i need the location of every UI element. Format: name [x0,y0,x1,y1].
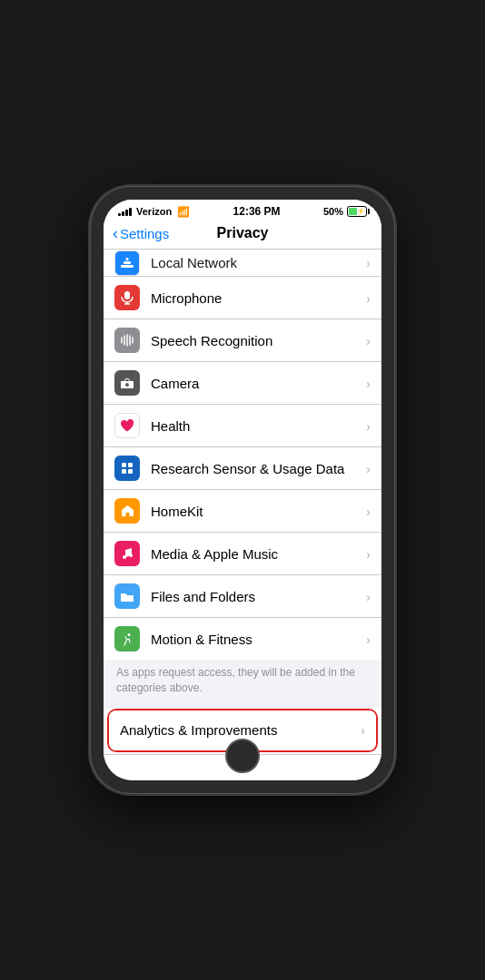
svg-point-18 [128,633,131,636]
svg-point-11 [125,382,130,387]
local-network-icon [114,250,140,276]
battery-indicator: ⚡ [347,206,367,217]
list-item-local-network[interactable]: Local Network › [104,250,381,277]
list-item-research[interactable]: Research Sensor & Usage Data › [104,447,381,490]
homekit-chevron: › [366,504,371,519]
microphone-icon [114,285,140,310]
health-icon [114,413,140,438]
research-icon [114,456,140,481]
svg-rect-12 [122,463,126,467]
home-button[interactable] [225,739,260,773]
list-item-health[interactable]: Health › [104,405,381,447]
motion-chevron: › [366,632,371,647]
list-item-microphone[interactable]: Microphone › [104,277,381,319]
nav-title: Privacy [217,225,269,241]
motion-icon [114,626,140,652]
signal-bar-2 [122,211,124,216]
svg-rect-2 [126,258,129,260]
speech-chevron: › [366,333,371,348]
local-network-label: Local Network [151,255,366,270]
speech-label: Speech Recognition [151,333,366,348]
svg-point-16 [123,555,126,559]
research-label: Research Sensor & Usage Data [151,461,366,476]
svg-rect-14 [122,469,126,474]
files-label: Files and Folders [151,589,366,604]
status-left: Verizon 📶 [118,206,190,218]
homekit-icon [114,498,140,524]
content-area: Local Network › Microphone › [104,250,381,755]
wifi-symbol: 📶 [177,206,190,218]
analytics-label: Analytics & Improvements [120,722,361,738]
camera-label: Camera [151,376,366,391]
back-button[interactable]: ‹ Settings [113,226,169,241]
files-chevron: › [366,589,371,604]
svg-rect-15 [128,469,133,474]
svg-point-17 [129,554,133,557]
speech-icon [114,328,140,353]
research-chevron: › [366,461,371,476]
status-time: 12:36 PM [233,205,281,218]
screen: Verizon 📶 12:36 PM 50% ⚡ ‹ Settings Pri [104,200,381,780]
bolt-icon: ⚡ [357,208,365,215]
motion-label: Motion & Fitness [151,632,366,647]
svg-rect-1 [124,261,131,264]
list-item-speech[interactable]: Speech Recognition › [104,319,381,362]
list-item-files[interactable]: Files and Folders › [104,575,381,618]
list-item-homekit[interactable]: HomeKit › [104,490,381,533]
signal-bar-3 [125,210,128,216]
status-bar: Verizon 📶 12:36 PM 50% ⚡ [104,200,381,221]
carrier-name: Verizon [136,206,172,217]
list-item-music[interactable]: Media & Apple Music › [104,533,381,575]
svg-rect-13 [128,463,133,467]
music-chevron: › [366,546,371,562]
back-label: Settings [120,226,169,241]
svg-rect-3 [124,291,130,299]
signal-bar-4 [129,208,132,216]
music-icon [114,541,140,566]
microphone-label: Microphone [151,290,366,306]
battery-fill [349,208,357,215]
svg-rect-0 [121,265,134,268]
camera-icon [114,370,140,396]
battery-percent-label: 50% [323,206,343,217]
local-network-chevron: › [366,255,371,270]
homekit-label: HomeKit [151,504,366,519]
battery-body: ⚡ [347,206,367,217]
privacy-list-section: Local Network › Microphone › [104,250,381,660]
section-note: As apps request access, they will be add… [104,660,381,705]
nav-bar: ‹ Settings Privacy [104,221,381,250]
music-label: Media & Apple Music [151,546,366,562]
list-item-motion[interactable]: Motion & Fitness › [104,618,381,660]
health-label: Health [151,418,366,434]
status-right: 50% ⚡ [323,206,367,217]
phone-frame: Verizon 📶 12:36 PM 50% ⚡ ‹ Settings Pri [91,187,394,793]
health-chevron: › [366,418,371,434]
camera-chevron: › [366,376,371,391]
chevron-left-icon: ‹ [113,225,118,241]
files-icon [114,583,140,609]
microphone-chevron: › [366,290,371,306]
signal-bar-1 [118,213,121,216]
analytics-chevron: › [361,722,365,738]
list-item-camera[interactable]: Camera › [104,362,381,405]
signal-bars [118,207,132,216]
